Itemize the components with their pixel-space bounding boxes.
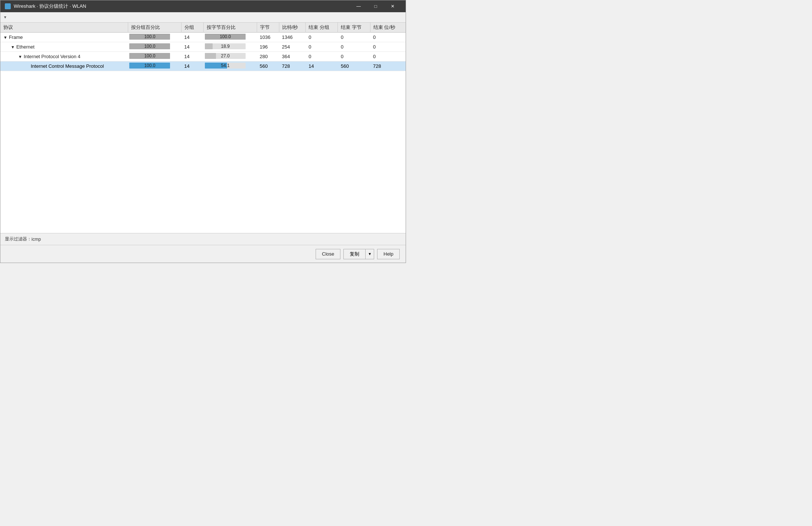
cell-end-bytes: 0 xyxy=(338,33,370,42)
cell-protocol: ▼Internet Protocol Version 4 xyxy=(0,52,128,61)
cell-end-bytes: 0 xyxy=(338,42,370,52)
tree-toggle[interactable]: ▼ xyxy=(3,35,7,40)
cell-bytes: 196 xyxy=(257,42,279,52)
chevron-down-icon[interactable]: ▼ xyxy=(3,15,7,19)
close-window-button[interactable]: ✕ xyxy=(384,0,401,12)
table-header-row: 协议 按分组百分比 分组 按字节百分比 字节 比特/秒 结束 分组 结束 字节 … xyxy=(0,23,406,33)
cell-bps: 364 xyxy=(279,52,306,61)
help-button[interactable]: Help xyxy=(377,249,400,259)
cell-packets: 14 xyxy=(181,61,203,71)
cell-pct-packets: 100.0 xyxy=(128,52,181,61)
cell-bps: 1346 xyxy=(279,33,306,42)
cell-packets: 14 xyxy=(181,42,203,52)
cell-end-packets: 0 xyxy=(306,33,338,42)
close-button[interactable]: Close xyxy=(316,249,340,259)
cell-protocol: ▼Ethernet xyxy=(0,42,128,52)
tree-toggle[interactable]: ▼ xyxy=(11,45,15,49)
cell-end-packets: 14 xyxy=(306,61,338,71)
restore-button[interactable]: □ xyxy=(367,0,384,12)
cell-end-bytes: 0 xyxy=(338,52,370,61)
title-bar: Wireshark · 协议分级统计 · WLAN — □ ✕ xyxy=(0,0,406,12)
header-bps: 比特/秒 xyxy=(279,23,306,33)
window-controls: — □ ✕ xyxy=(350,0,401,12)
cell-end-bps: 0 xyxy=(370,52,406,61)
header-packets: 分组 xyxy=(181,23,203,33)
cell-end-bps: 0 xyxy=(370,42,406,52)
cell-end-bps: 728 xyxy=(370,61,406,71)
cell-pct-bytes: 100.0 xyxy=(203,33,257,42)
header-end-bytes: 结束 字节 xyxy=(338,23,370,33)
header-end-packets: 结束 分组 xyxy=(306,23,338,33)
filter-label: 显示过滤器： xyxy=(5,236,31,242)
table-container[interactable]: 协议 按分组百分比 分组 按字节百分比 字节 比特/秒 结束 分组 结束 字节 … xyxy=(0,23,406,233)
tree-toggle[interactable]: ▼ xyxy=(18,54,22,59)
cell-packets: 14 xyxy=(181,33,203,42)
cell-protocol: Internet Control Message Protocol xyxy=(0,61,128,71)
cell-pct-bytes: 18.9 xyxy=(203,42,257,52)
cell-packets: 14 xyxy=(181,52,203,61)
cell-end-packets: 0 xyxy=(306,42,338,52)
table-row[interactable]: ▼Frame100.014100.010361346000 xyxy=(0,33,406,42)
window-title: Wireshark · 协议分级统计 · WLAN xyxy=(14,3,350,10)
cell-pct-bytes: 54.1 xyxy=(203,61,257,71)
footer-buttons: Close 复制 ▼ Help xyxy=(0,245,406,263)
cell-bytes: 1036 xyxy=(257,33,279,42)
header-pct-bytes: 按字节百分比 xyxy=(203,23,257,33)
filter-value: icmp xyxy=(31,237,41,242)
copy-button[interactable]: 复制 xyxy=(344,249,366,259)
table-body: ▼Frame100.014100.010361346000▼Ethernet10… xyxy=(0,33,406,71)
app-icon xyxy=(5,3,11,9)
header-end-bps: 结束 位/秒 xyxy=(370,23,406,33)
table-row[interactable]: ▼Internet Protocol Version 4100.01427.02… xyxy=(0,52,406,61)
cell-bps: 728 xyxy=(279,61,306,71)
cell-bytes: 560 xyxy=(257,61,279,71)
cell-protocol: ▼Frame xyxy=(0,33,128,42)
cell-end-bytes: 560 xyxy=(338,61,370,71)
toolbar: ▼ xyxy=(0,12,406,23)
table-row[interactable]: ▼Ethernet100.01418.9196254000 xyxy=(0,42,406,52)
minimize-button[interactable]: — xyxy=(350,0,367,12)
cell-bytes: 280 xyxy=(257,52,279,61)
copy-split-button: 复制 ▼ xyxy=(343,249,374,259)
copy-dropdown-arrow[interactable]: ▼ xyxy=(366,249,374,259)
cell-pct-packets: 100.0 xyxy=(128,33,181,42)
content-area: 协议 按分组百分比 分组 按字节百分比 字节 比特/秒 结束 分组 结束 字节 … xyxy=(0,23,406,233)
cell-pct-bytes: 27.0 xyxy=(203,52,257,61)
table-row[interactable]: Internet Control Message Protocol100.014… xyxy=(0,61,406,71)
status-bar: 显示过滤器： icmp xyxy=(0,233,406,245)
cell-end-packets: 0 xyxy=(306,52,338,61)
header-bytes: 字节 xyxy=(257,23,279,33)
protocol-table: 协议 按分组百分比 分组 按字节百分比 字节 比特/秒 结束 分组 结束 字节 … xyxy=(0,23,406,71)
cell-end-bps: 0 xyxy=(370,33,406,42)
header-protocol: 协议 xyxy=(0,23,128,33)
header-pct-packets: 按分组百分比 xyxy=(128,23,181,33)
main-window: Wireshark · 协议分级统计 · WLAN — □ ✕ ▼ 协议 按分组… xyxy=(0,0,406,263)
cell-pct-packets: 100.0 xyxy=(128,61,181,71)
cell-bps: 254 xyxy=(279,42,306,52)
cell-pct-packets: 100.0 xyxy=(128,42,181,52)
